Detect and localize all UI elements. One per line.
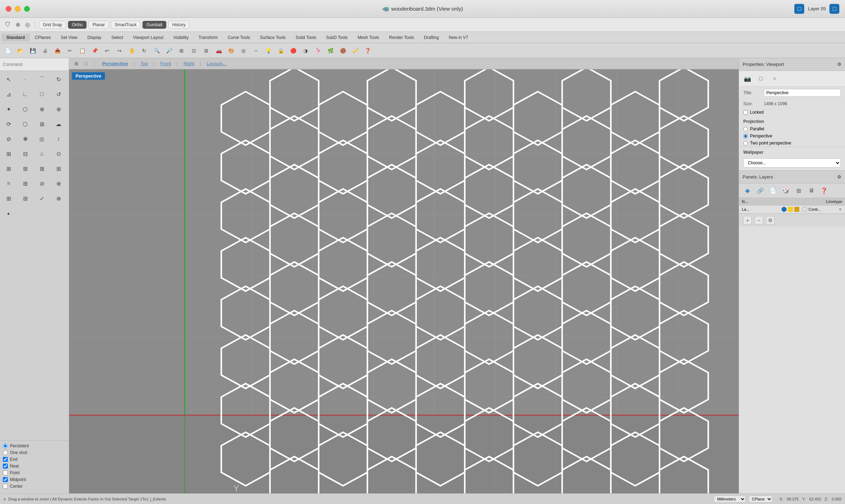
hatch-tool[interactable]: ⊞ (18, 176, 32, 191)
layers-layout-icon[interactable]: ⊞ (794, 186, 804, 196)
circle-panel-icon[interactable]: ○ (770, 74, 779, 84)
sidebar-toggle-right[interactable]: □ (829, 4, 839, 14)
trim-tool[interactable]: ⊘ (1, 132, 16, 146)
tab-render-tools[interactable]: Render Tools (384, 34, 419, 41)
command-input-field[interactable] (3, 62, 66, 67)
car-icon[interactable]: 🚗 (213, 45, 224, 56)
lock-icon[interactable]: 🔒 (275, 45, 286, 56)
layers-settings-button[interactable]: ⚙ (766, 216, 774, 225)
analyze-icon[interactable]: ◎ (238, 45, 249, 56)
undo-icon[interactable]: ↩ (101, 45, 113, 56)
history-button[interactable]: History (168, 21, 189, 29)
smarttrack-button[interactable]: SmartTrack (111, 21, 141, 29)
minimize-button[interactable] (15, 6, 21, 12)
split-tool[interactable]: ⊘ (35, 176, 49, 191)
tab-mesh-tools[interactable]: Mesh Tools (353, 34, 384, 41)
oneshot-radio[interactable] (3, 450, 8, 455)
open-icon[interactable]: 📂 (15, 45, 26, 56)
polyline-tool[interactable]: ⊿ (1, 87, 16, 101)
viewport-tab-layouts[interactable]: Layouts... (202, 60, 231, 68)
surface-tool[interactable]: □ (35, 87, 49, 101)
parallel-radio[interactable] (743, 127, 748, 131)
extrude-tool[interactable]: ⊕ (35, 102, 49, 116)
layer-material-swatch[interactable] (794, 207, 799, 212)
curve-tool[interactable]: ⌒ (35, 72, 49, 86)
array-tool[interactable]: ⊞ (1, 147, 16, 161)
layers-stack-icon[interactable]: ◈ (743, 186, 752, 196)
texture-icon[interactable]: 🎨 (225, 45, 237, 56)
add-layer-button[interactable]: + (743, 216, 752, 225)
tab-display[interactable]: Display (83, 34, 106, 41)
tab-viewport-layout[interactable]: Viewport Layout (128, 34, 168, 41)
two-point-radio[interactable] (743, 141, 748, 146)
properties-settings-icon[interactable]: ⚙ (837, 62, 841, 67)
array2-tool[interactable]: ⊟ (18, 147, 32, 161)
viewport-tab-right[interactable]: Right (179, 60, 198, 68)
dimension-icon[interactable]: ↔ (250, 45, 262, 56)
point-tool[interactable]: · (18, 72, 32, 86)
sidebar-toggle-left[interactable]: □ (794, 4, 804, 14)
locked-checkbox[interactable] (743, 110, 748, 115)
grid-icon[interactable]: ⊞ (201, 45, 212, 56)
tab-visibility[interactable]: Visibility (168, 34, 194, 41)
layer-linetype-dot[interactable] (802, 207, 807, 212)
point-checkbox[interactable] (3, 470, 8, 475)
cplane-select[interactable]: CPlane World (749, 495, 772, 503)
zoom-window-icon[interactable]: ⊞ (176, 45, 187, 56)
tab-surface-tools[interactable]: Surface Tools (255, 34, 291, 41)
move-tool[interactable]: ↕ (51, 132, 66, 146)
brazil-icon[interactable]: 🟤 (337, 45, 348, 56)
remove-layer-button[interactable]: − (755, 216, 763, 225)
fillet-tool[interactable]: ❋ (18, 132, 32, 146)
patch-tool[interactable]: ⊞ (18, 162, 32, 176)
booleanunion-tool[interactable]: ⊞ (35, 162, 49, 176)
tab-transform[interactable]: Transform (194, 34, 223, 41)
select-tool[interactable]: ↖ (1, 72, 16, 86)
layer-visible-dot[interactable] (782, 207, 787, 212)
new-icon[interactable]: 📄 (2, 45, 13, 56)
grid-snap-button[interactable]: Grid Snap (39, 21, 66, 29)
maximize-button[interactable] (24, 6, 30, 12)
explode-tool[interactable]: ⊞ (18, 191, 32, 205)
zoom-extents-icon[interactable]: ⊡ (188, 45, 200, 56)
layer-color-swatch[interactable] (788, 207, 793, 212)
camera-panel-icon[interactable]: 📷 (743, 74, 752, 84)
zoom-extents-icon[interactable]: ⊕ (14, 20, 22, 29)
tab-drafting[interactable]: Drafting (419, 34, 444, 41)
checkmark-tool[interactable]: ✓ (35, 191, 49, 205)
cloud-tool[interactable]: ☁ (51, 117, 66, 131)
arc-tool[interactable]: ↺ (51, 87, 66, 101)
copy-icon[interactable]: 📋 (77, 45, 88, 56)
cut-icon[interactable]: ✂ (64, 45, 75, 56)
render-preview-tool[interactable]: ⟳ (1, 117, 16, 131)
viewport-tab-top[interactable]: Top (136, 60, 152, 68)
gumball-button[interactable]: Gumball (142, 21, 166, 29)
layers-cube-icon[interactable]: 🎲 (781, 186, 791, 196)
layers-doc-icon[interactable]: 📄 (768, 186, 778, 196)
planar-button[interactable]: Planar (89, 21, 109, 29)
tab-curve-tools[interactable]: Curve Tools (223, 34, 255, 41)
join-tool[interactable]: ⊞ (1, 191, 16, 205)
title-value-input[interactable] (764, 89, 841, 97)
square-panel-icon[interactable]: □ (756, 74, 766, 84)
ortho-button[interactable]: Ortho (68, 21, 86, 29)
zoom-out-icon[interactable]: 🔎 (163, 45, 175, 56)
plant-icon[interactable]: 🌿 (325, 45, 336, 56)
viewport-tab-perspective[interactable]: Perspective (98, 60, 132, 68)
close-button[interactable] (6, 6, 11, 12)
camera-tool[interactable]: ⊙ (51, 147, 66, 161)
tab-cplanes[interactable]: CPlanes (30, 34, 56, 41)
tab-standard[interactable]: Standard (1, 34, 30, 41)
viewport-maximize-icon[interactable]: □ (82, 60, 90, 68)
units-select[interactable]: Millimeters Centimeters Meters Inches (714, 495, 746, 503)
boolean-tool[interactable]: ⊗ (51, 102, 66, 116)
filter-icon[interactable]: ⛉ (4, 20, 12, 29)
circle-tool[interactable]: ◎ (35, 132, 49, 146)
persistent-radio[interactable] (3, 443, 8, 448)
paint-tool[interactable]: ⬥ (1, 206, 16, 220)
tab-setview[interactable]: Set View (56, 34, 82, 41)
material-icon[interactable]: 🔴 (287, 45, 299, 56)
end-checkbox[interactable] (3, 457, 8, 462)
layer-row[interactable]: La... Conti... ▼ (739, 205, 845, 214)
layers-display-icon[interactable]: 🖥 (806, 186, 816, 196)
